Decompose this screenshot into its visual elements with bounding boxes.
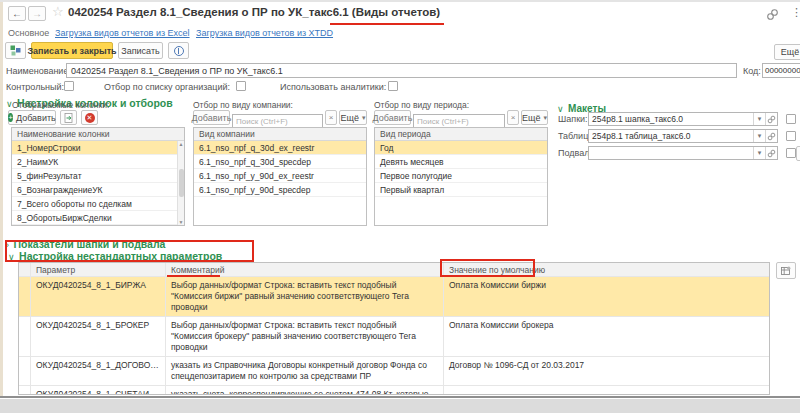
- company-filter-label: Отбор по виду компании:: [193, 100, 293, 110]
- forward-button[interactable]: →: [28, 6, 46, 21]
- import-columns-button[interactable]: [60, 110, 77, 125]
- more-actions-button[interactable]: Ещё: [774, 44, 800, 60]
- comment-cell[interactable]: указать счета, корреспондирующие со счет…: [166, 386, 444, 395]
- scrollbar-thumb[interactable]: [179, 169, 184, 197]
- org-filter-checkbox[interactable]: [236, 81, 246, 91]
- list-item[interactable]: 6.1_nso_npf_y_90d_ex_reestr: [194, 169, 366, 183]
- chevron-down-icon[interactable]: ▾: [753, 130, 765, 142]
- form-settings-button[interactable]: [5, 42, 26, 59]
- list-item[interactable]: 6.1_nso_npf_q_30d_specdep: [194, 155, 366, 169]
- scroll-down-icon[interactable]: ▼: [179, 219, 184, 225]
- list-item[interactable]: 7_Всего обороты по сделкам: [12, 197, 184, 211]
- default-value-cell[interactable]: Оплата Комиссии биржи: [444, 277, 769, 316]
- form-settings-icon: [10, 45, 21, 56]
- period-search[interactable]: [413, 110, 505, 125]
- company-list-header[interactable]: Вид компании: [194, 128, 366, 141]
- comment-cell[interactable]: Выбор данных/формат Строка: вставить тек…: [166, 317, 444, 356]
- company-search-clear-button[interactable]: ×: [325, 110, 337, 125]
- control-checkbox[interactable]: [64, 81, 74, 91]
- default-value-cell[interactable]: [444, 386, 769, 395]
- param-cell[interactable]: ОКУД0420254_8_1_СЧЕТАИСКЛЮЧИЗОБОР...: [31, 386, 166, 395]
- analytics-checkbox-label: Использовать аналитики:: [280, 82, 386, 92]
- period-list-header[interactable]: Вид периода: [375, 128, 547, 141]
- delete-column-button[interactable]: ✕: [81, 110, 98, 125]
- layout-table-field[interactable]: 254р8.1 таблица_такс6.0 ▾: [588, 129, 778, 143]
- displayed-columns-label: Отображаемые колонки:: [12, 100, 109, 110]
- add-company-button[interactable]: Добавить: [193, 110, 230, 125]
- layout-footer-checkbox[interactable]: [786, 148, 796, 158]
- back-button[interactable]: ←: [8, 6, 26, 21]
- favorite-star-icon[interactable]: ☆: [52, 4, 64, 19]
- annotation-title-underline: [330, 23, 444, 25]
- add-period-button[interactable]: Добавить: [374, 110, 411, 125]
- period-search-clear-button[interactable]: ×: [507, 110, 519, 125]
- layout-table-checkbox[interactable]: [786, 131, 796, 141]
- comment-cell[interactable]: указать из Справочника Договоры конкретн…: [166, 357, 444, 385]
- tab-load-xtdd[interactable]: Загрузка видов отчетов из XTDD: [196, 28, 333, 38]
- layout-footer-value: [589, 147, 753, 159]
- code-label: Код:: [743, 66, 761, 76]
- code-input[interactable]: 000000002866: [762, 63, 800, 78]
- list-item[interactable]: 5_финРезультат: [12, 169, 184, 183]
- table-row[interactable]: ОКУД0420254_8_1_БРОКЕР Выбор данных/форм…: [19, 317, 769, 357]
- table-row[interactable]: ОКУД0420254_8_1_БИРЖА Выбор данных/форма…: [19, 277, 769, 317]
- link-icon[interactable]: [766, 8, 779, 21]
- layout-header-field[interactable]: 254р8.1 шапка_такс6.0 ▾: [588, 112, 778, 126]
- param-cell[interactable]: ОКУД0420254_8_1_ДОГОВОР_СД_НПО: [31, 357, 166, 385]
- list-item[interactable]: Первый квартал: [375, 183, 547, 197]
- chevron-down-icon[interactable]: ▾: [753, 113, 765, 125]
- open-link-icon[interactable]: [765, 113, 777, 125]
- params-table: Параметр Комментарий Значение по умолчан…: [18, 262, 770, 395]
- comment-cell[interactable]: Выбор данных/формат Строка: вставить тек…: [166, 277, 444, 316]
- name-label: Наименование:: [6, 66, 71, 76]
- chevron-down-icon: ▾: [543, 114, 547, 122]
- list-item[interactable]: Первое полугодие: [375, 169, 547, 183]
- save-button[interactable]: Записать: [118, 42, 163, 59]
- company-search[interactable]: [232, 110, 323, 125]
- more-menu-icon[interactable]: ⋮: [791, 6, 800, 19]
- layout-footer-extra-button[interactable]: [796, 146, 800, 161]
- scroll-up-icon[interactable]: ▲: [179, 141, 184, 147]
- column-header-comment[interactable]: Комментарий: [166, 263, 444, 276]
- chevron-down-icon[interactable]: ▾: [753, 147, 765, 159]
- analytics-checkbox[interactable]: [388, 81, 398, 91]
- layout-header-checkbox[interactable]: [786, 114, 796, 124]
- company-more-button[interactable]: Ещё▾: [339, 110, 367, 125]
- row-gutter-cell: [19, 317, 31, 356]
- company-more-label: Ещё: [341, 113, 359, 123]
- bottom-strip: [0, 398, 800, 413]
- save-close-button[interactable]: Записать и закрыть: [31, 42, 113, 59]
- add-column-button[interactable]: + Добавить: [8, 110, 56, 125]
- layout-header-value: 254р8.1 шапка_такс6.0: [589, 113, 753, 125]
- param-cell[interactable]: ОКУД0420254_8_1_БРОКЕР: [31, 317, 166, 356]
- period-more-button[interactable]: Ещё▾: [521, 110, 548, 125]
- displayed-columns-list-header[interactable]: Наименование колонки: [12, 128, 184, 141]
- default-value-cell[interactable]: Договор № 1096-СД от 20.03.2017: [444, 357, 769, 385]
- list-item[interactable]: 6.1_nso_npf_y_90d_specdep: [194, 183, 366, 197]
- vertical-scrollbar[interactable]: ▲ ▼: [177, 141, 184, 225]
- open-link-icon[interactable]: [765, 147, 777, 159]
- tab-main[interactable]: Основное: [8, 28, 49, 38]
- list-item[interactable]: 8_ОборотыБиржСделки: [12, 211, 184, 225]
- table-settings-icon: [781, 266, 791, 276]
- list-item[interactable]: Девять месяцев: [375, 155, 547, 169]
- column-header-param[interactable]: Параметр: [31, 263, 166, 276]
- chevron-down-icon: ∨: [8, 252, 15, 262]
- table-settings-button[interactable]: [776, 262, 796, 279]
- list-item[interactable]: 6_ВознаграждениеУК: [12, 183, 184, 197]
- param-cell[interactable]: ОКУД0420254_8_1_БИРЖА: [31, 277, 166, 316]
- column-header-default[interactable]: Значение по умолчанию: [444, 263, 769, 276]
- add-icon: +: [8, 113, 13, 122]
- list-item[interactable]: Год: [375, 141, 547, 155]
- name-input[interactable]: 0420254 Раздел 8.1_Сведения о ПР по УК_т…: [66, 63, 737, 78]
- open-link-icon[interactable]: [765, 130, 777, 142]
- table-row[interactable]: ОКУД0420254_8_1_ДОГОВОР_СД_НПО указать и…: [19, 357, 769, 386]
- list-item[interactable]: 2_НаимУК: [12, 155, 184, 169]
- layout-footer-field[interactable]: ▾: [588, 146, 778, 160]
- default-value-cell[interactable]: Оплата Комиссии брокера: [444, 317, 769, 356]
- post-document-button[interactable]: [168, 42, 189, 59]
- table-row[interactable]: ОКУД0420254_8_1_СЧЕТАИСКЛЮЧИЗОБОР... ука…: [19, 386, 769, 395]
- list-item[interactable]: 6.1_nso_npf_q_30d_ex_reestr: [194, 141, 366, 155]
- list-item[interactable]: 1_НомерСтроки: [12, 141, 184, 155]
- tab-load-excel[interactable]: Загрузка видов отчетов из Excel: [55, 28, 190, 38]
